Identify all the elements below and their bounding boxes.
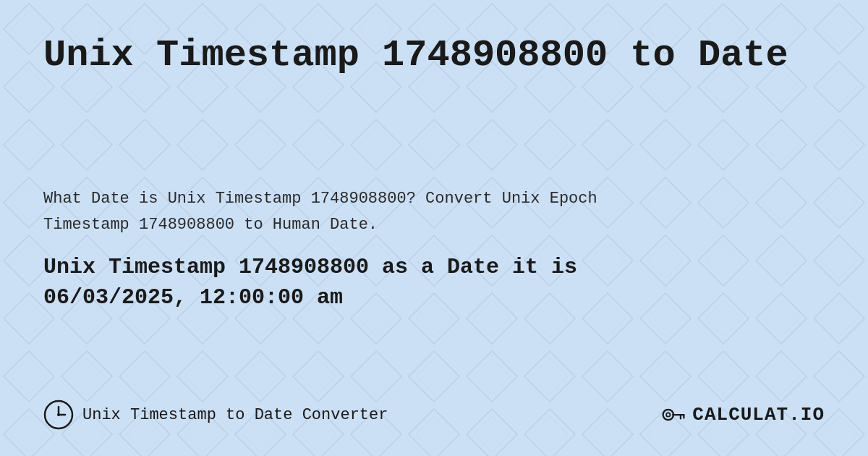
svg-point-9 <box>666 413 670 416</box>
footer-left: Unix Timestamp to Date Converter <box>43 400 388 430</box>
footer: Unix Timestamp to Date Converter CALCULA… <box>43 400 825 430</box>
middle-section: What Date is Unix Timestamp 1748908800? … <box>43 76 825 400</box>
page-title: Unix Timestamp 1748908800 to Date <box>43 35 825 76</box>
top-section: Unix Timestamp 1748908800 to Date <box>43 35 825 76</box>
result-line2: 06/03/2025, 12:00:00 am <box>43 285 343 310</box>
result-section: Unix Timestamp 1748908800 as a Date it i… <box>43 252 825 313</box>
logo: CALCULAT.IO <box>660 402 825 428</box>
svg-point-8 <box>663 410 673 420</box>
logo-icon <box>660 402 686 428</box>
svg-point-7 <box>57 413 60 416</box>
clock-icon <box>43 400 74 430</box>
logo-text: CALCULAT.IO <box>692 404 825 426</box>
description-text: What Date is Unix Timestamp 1748908800? … <box>43 186 825 237</box>
result-line1: Unix Timestamp 1748908800 as a Date it i… <box>43 255 577 279</box>
description-line1: What Date is Unix Timestamp 1748908800? … <box>43 190 597 208</box>
footer-label: Unix Timestamp to Date Converter <box>82 406 388 424</box>
result-text: Unix Timestamp 1748908800 as a Date it i… <box>43 252 825 313</box>
description-line2: Timestamp 1748908800 to Human Date. <box>43 216 378 234</box>
